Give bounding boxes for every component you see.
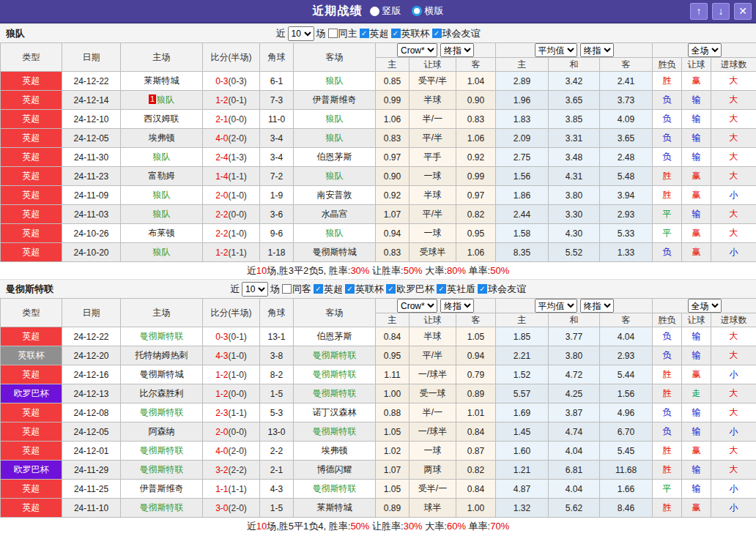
odds-handicap-cell: 平手 (410, 148, 456, 167)
score-cell: 2-0(1-0) (203, 186, 260, 205)
away-team-cell: 莱斯特城 (294, 499, 376, 518)
away-team-cell: 狼队 (294, 72, 376, 91)
col-odds-away: 客 (456, 313, 496, 327)
scroll-down-button[interactable]: ↓ (712, 3, 730, 20)
home-team-name: 埃弗顿 (149, 133, 175, 143)
team-section: 曼彻斯特联 近 10 场 同客 ✓英超✓英联杯✓欧罗巴杯✓英社盾✓球会友谊 (0, 279, 756, 535)
same-venue-filter[interactable]: 同客 (282, 283, 311, 296)
league-filter[interactable]: ✓球会友谊 (478, 283, 526, 296)
goals-result-cell: 大 (711, 72, 756, 91)
summary-text: 60% (447, 521, 466, 532)
league-filter[interactable]: ✓英联杯 (391, 27, 430, 40)
checkbox-icon[interactable]: ✓ (437, 284, 446, 294)
score-cell: 1-4(1-1) (203, 167, 260, 186)
col-avg-draw: 和 (549, 313, 600, 327)
league-filter[interactable]: ✓欧罗巴杯 (386, 283, 434, 296)
checkbox-icon[interactable]: ✓ (345, 284, 355, 294)
checkbox-icon[interactable] (328, 29, 338, 38)
match-row: 英超 24-11-10 曼彻斯特联 3-0(2-0) 1-5 莱斯特城 0.89… (1, 499, 756, 518)
home-team-cell: 曼彻斯特联 (121, 327, 203, 346)
average-select[interactable]: 平均值 (535, 43, 577, 57)
corner-cell: 6-1 (260, 72, 294, 91)
final-average-select[interactable]: 终指 (580, 299, 614, 313)
checkbox-icon[interactable]: ✓ (386, 284, 396, 294)
odds-away-cell: 1.06 (456, 243, 496, 262)
fulltime-score: 1-4 (215, 171, 228, 182)
final-odds-select[interactable]: 终指 (440, 43, 474, 57)
section-summary: 近10场,胜5平1负4, 胜率:50% 让胜率:30% 大率:60% 单率:70… (0, 518, 756, 535)
league-type-cell: 英超 (1, 224, 62, 243)
halftime-score: (0-1) (229, 332, 247, 342)
goals-result-cell: 小 (711, 423, 756, 442)
radio-horizontal[interactable]: 横版 (412, 4, 444, 18)
league-filter[interactable]: ✓英超 (360, 27, 389, 40)
goals-result-cell: 小 (711, 243, 756, 262)
league-type-cell: 英超 (1, 167, 62, 186)
avg-draw-cell: 4.30 (549, 224, 600, 243)
match-row: 欧罗巴杯 24-12-13 比尔森胜利 1-2(0-0) 1-5 曼彻斯特联 1… (1, 384, 756, 403)
same-venue-filter[interactable]: 同主 (328, 27, 357, 40)
final-odds-select[interactable]: 终指 (440, 299, 474, 313)
col-score: 比分(半场) (203, 43, 260, 72)
final-average-select[interactable]: 终指 (580, 43, 614, 57)
fulltime-score: 1-2 (215, 247, 228, 258)
section-filter-row: 狼队 近 10 场 同主 ✓英超✓英联杯✓球会友谊 (0, 23, 756, 42)
close-button[interactable]: ✕ (734, 3, 752, 20)
fulltime-score: 1-2 (215, 389, 228, 399)
radio-circle-icon[interactable] (370, 7, 379, 16)
scroll-up-button[interactable]: ↑ (690, 3, 708, 20)
radio-vertical[interactable]: 竖版 (370, 4, 401, 18)
checkbox-icon[interactable]: ✓ (391, 29, 401, 38)
checkbox-icon[interactable]: ✓ (360, 29, 369, 38)
recent-count-select[interactable]: 10 (288, 26, 314, 41)
recent-count-select[interactable]: 10 (242, 282, 268, 297)
bookmaker-select[interactable]: Crow* (397, 299, 437, 313)
average-select[interactable]: 平均值 (535, 299, 577, 313)
handicap-result-cell: 输 (682, 346, 711, 365)
checkbox-icon[interactable] (282, 284, 292, 294)
app: { "titlebar": { "title": "近期战绩", "radios… (0, 0, 756, 536)
odds-handicap-cell: 一/球半 (410, 423, 456, 442)
match-row: 英超 24-12-22 曼彻斯特联 0-3(0-1) 13-1 伯恩茅斯 0.8… (1, 327, 756, 346)
date-cell: 24-12-05 (62, 423, 121, 442)
avg-away-cell: 5.33 (600, 224, 653, 243)
fulltime-select[interactable]: 全场 (688, 299, 722, 313)
league-filter[interactable]: ✓英超 (314, 283, 343, 296)
home-team-name: 西汉姆联 (144, 113, 179, 124)
bookmaker-select[interactable]: Crow* (397, 43, 437, 57)
odds-away-cell: 1.01 (456, 403, 496, 423)
league-filter[interactable]: ✓英联杯 (345, 283, 384, 296)
checkbox-icon[interactable]: ✓ (478, 284, 487, 294)
odds-home-cell: 0.90 (376, 167, 410, 186)
avg-draw-cell: 4.04 (549, 480, 600, 499)
odds-handicap-cell: 一/球半 (410, 365, 456, 384)
checkbox-icon[interactable]: ✓ (314, 284, 323, 294)
league-filter[interactable]: ✓球会友谊 (432, 27, 481, 40)
match-row: 英超 24-12-16 曼彻斯特城 1-2(1-0) 8-2 曼彻斯特联 1.1… (1, 365, 756, 384)
away-team-name: 狼队 (326, 133, 344, 143)
date-cell: 24-12-08 (62, 403, 121, 423)
league-filter[interactable]: ✓英社盾 (437, 283, 475, 296)
goals-result-cell: 小 (711, 480, 756, 499)
same-venue-label: 同主 (338, 27, 357, 40)
date-cell: 24-12-16 (62, 365, 121, 384)
summary-text: 单率: (466, 265, 490, 276)
handicap-result-cell: 输 (682, 148, 711, 167)
odds-away-cell: 0.89 (456, 384, 496, 403)
avg-draw-cell: 4.25 (549, 384, 600, 403)
away-team-name: 狼队 (326, 228, 344, 238)
avg-home-cell: 1.56 (496, 167, 549, 186)
avg-away-cell: 2.48 (600, 148, 653, 167)
col-avg-home: 主 (496, 58, 549, 72)
away-team-name: 曼彻斯特联 (313, 350, 357, 360)
summary-text: 50% (404, 265, 423, 276)
goals-result-cell: 小 (711, 499, 756, 518)
radio-selected-icon[interactable] (412, 6, 422, 16)
score-cell: 1-1(1-1) (203, 480, 260, 499)
checkbox-icon[interactable]: ✓ (432, 29, 442, 38)
fulltime-select[interactable]: 全场 (688, 43, 722, 57)
match-row: 英超 24-10-26 布莱顿 2-2(1-0) 9-6 狼队 0.94 一球 … (1, 224, 756, 243)
avg-away-cell: 6.70 (600, 423, 653, 442)
away-team-name: 狼队 (326, 171, 344, 181)
col-corner: 角球 (260, 43, 294, 72)
